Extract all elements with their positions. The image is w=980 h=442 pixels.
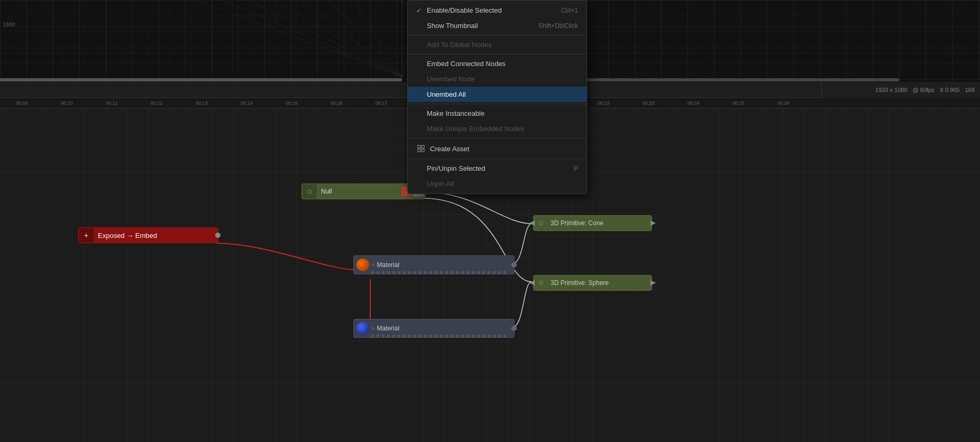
cone-node[interactable]: ⬡ 3D Primitive: Cone	[533, 215, 652, 231]
enable-disable-checkmark: ✓	[416, 7, 425, 14]
svg-line-31	[328, 0, 402, 77]
menu-item-add-global: ✓ Add To Global Nodes	[408, 37, 587, 52]
svg-rect-37	[418, 145, 420, 148]
create-asset-icon	[416, 144, 426, 153]
svg-text:1000: 1000	[3, 22, 15, 27]
timecode-0022: 00;22	[598, 100, 610, 106]
unembed-all-label: Unembed All	[427, 90, 466, 98]
sphere-node-icon: ⬡	[534, 280, 548, 286]
show-thumbnail-shortcut: Shift+DblClick	[538, 22, 578, 30]
menu-sep-4	[408, 138, 587, 139]
timecode-0012: 00;12	[151, 100, 163, 106]
material-orange-label: Material	[377, 261, 514, 269]
embed-connected-label: Embed Connected Nodes	[427, 60, 506, 68]
svg-rect-40	[422, 149, 424, 152]
exposed-node-port[interactable]	[215, 233, 221, 238]
timecode-0016: 00;16	[331, 100, 343, 106]
sphere-node-label: 3D Primitive: Sphere	[548, 279, 652, 287]
enable-disable-label: Enable/Disable Selected	[427, 6, 502, 14]
timecode-0023: 00;23	[643, 100, 655, 106]
menu-item-unembed-node: ✓ Unembed Node	[408, 71, 587, 87]
timecode-0024: 00;24	[688, 100, 700, 106]
timecode-0025: 00;25	[732, 100, 745, 106]
menu-sep-1	[408, 35, 587, 35]
info-bar: 1920 x 1080 @ 60fps X 0.965 168	[821, 82, 980, 98]
sphere-node-port-right[interactable]	[651, 280, 656, 286]
cone-node-port-left[interactable]	[529, 220, 535, 226]
timecode-0011: 00;11	[106, 100, 118, 106]
menu-item-unpin-all: ✓ Unpin All	[408, 176, 587, 191]
svg-line-28	[249, 0, 402, 77]
svg-rect-24	[0, 78, 402, 81]
menu-item-enable-disable[interactable]: ✓ Enable/Disable Selected Ctrl+1	[408, 3, 587, 18]
make-instanceable-label: Make Instanceable	[427, 109, 484, 117]
resolution-label: 1920 x 1080	[875, 87, 908, 93]
menu-item-pin-unpin[interactable]: ✓ Pin/Unpin Selected P	[408, 161, 587, 176]
cone-node-icon: ⬡	[534, 220, 548, 226]
svg-rect-25	[582, 78, 899, 81]
cone-node-port-right[interactable]	[651, 220, 656, 226]
show-thumbnail-label: Show Thumbnail	[427, 22, 478, 30]
timecode-0017: 00;17	[375, 100, 388, 106]
coord-x-label: X 0.965	[940, 87, 960, 93]
pin-unpin-label: Pin/Unpin Selected	[427, 164, 486, 172]
exposed-node-label: Exposed → Embed	[94, 232, 218, 240]
null-node-icon: ⬡	[302, 184, 317, 199]
svg-rect-38	[422, 145, 424, 148]
material-orange-circle-icon: ○	[372, 262, 374, 268]
svg-line-27	[222, 0, 402, 77]
timecode-0010: 00;10	[61, 100, 73, 106]
material-blue-node[interactable]: ○ Material	[353, 319, 515, 338]
menu-item-show-thumbnail[interactable]: ✓ Show Thumbnail Shift+DblClick	[408, 18, 587, 33]
svg-rect-39	[418, 149, 420, 152]
menu-item-unembed-all[interactable]: ✓ Unembed All	[408, 87, 587, 102]
coord2-label: 168	[965, 87, 975, 93]
svg-line-32	[354, 0, 402, 77]
timecode-0009: 00;09	[16, 100, 28, 106]
make-unique-label: Make Unique Embedded Nodes	[427, 125, 524, 133]
timecode-0014: 00;14	[241, 100, 253, 106]
material-orange-wavy	[369, 271, 506, 274]
svg-line-26	[196, 0, 402, 77]
add-global-label: Add To Global Nodes	[427, 41, 492, 49]
menu-item-embed-connected[interactable]: ✓ Embed Connected Nodes	[408, 56, 587, 71]
menu-item-make-instanceable[interactable]: ✓ Make Instanceable	[408, 106, 587, 121]
exposed-node-plus-icon: +	[79, 228, 94, 243]
timecode-0013: 00;13	[196, 100, 208, 106]
exposed-embed-node[interactable]: + Exposed → Embed	[78, 227, 218, 243]
material-orange-sphere-icon	[356, 259, 369, 271]
null-node-label: Null	[317, 188, 401, 195]
pin-unpin-shortcut: P	[574, 165, 578, 172]
create-asset-label: Create Asset	[430, 145, 469, 153]
menu-sep-2	[408, 54, 587, 54]
unpin-all-label: Unpin All	[427, 180, 454, 188]
material-blue-wavy	[369, 335, 506, 337]
menu-item-create-asset[interactable]: Create Asset	[408, 140, 587, 157]
sphere-node-port-left[interactable]	[529, 280, 535, 286]
menu-item-make-unique: ✓ Make Unique Embedded Nodes	[408, 121, 587, 136]
sphere-node[interactable]: ⬡ 3D Primitive: Sphere	[533, 275, 652, 291]
fps-label: @ 60fps	[913, 87, 935, 93]
menu-sep-3	[408, 104, 587, 104]
timecode-0026: 00;26	[777, 100, 790, 106]
menu-sep-5	[408, 159, 587, 159]
context-menu: ✓ Enable/Disable Selected Ctrl+1 ✓ Show …	[407, 0, 587, 194]
timecode-0015: 00;15	[286, 100, 298, 106]
enable-disable-shortcut: Ctrl+1	[561, 7, 578, 14]
material-blue-label: Material	[377, 325, 514, 332]
cone-node-label: 3D Primitive: Cone	[548, 219, 652, 227]
material-orange-node[interactable]: ○ Material	[353, 255, 515, 274]
unembed-node-label: Unembed Node	[427, 75, 475, 83]
svg-line-30	[301, 0, 402, 77]
material-blue-circle-icon: ○	[372, 326, 374, 331]
material-blue-sphere-icon	[356, 322, 369, 335]
